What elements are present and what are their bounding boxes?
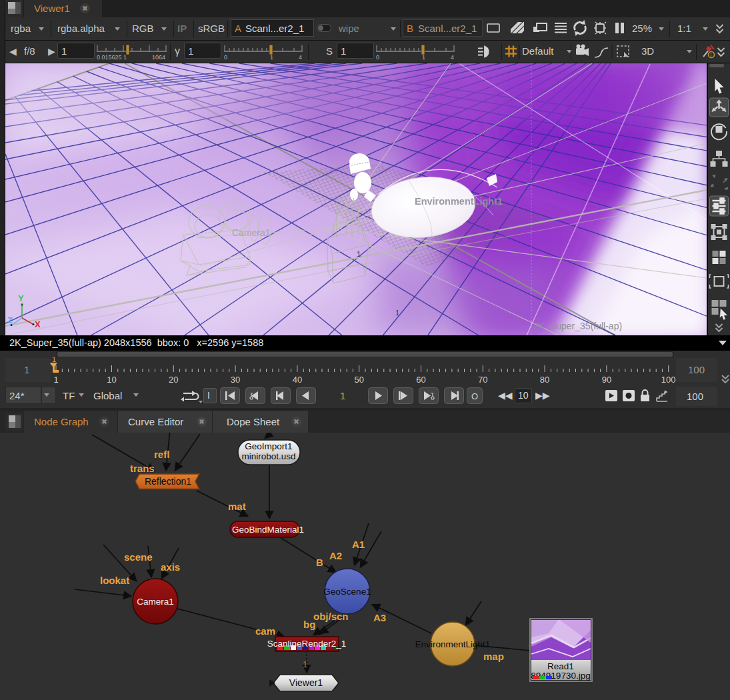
svg-text:GeoBindMaterial1: GeoBindMaterial1: [232, 525, 304, 535]
svg-text:Reflection1: Reflection1: [145, 476, 191, 487]
svg-text:Z: Z: [7, 315, 13, 325]
svg-text:cam: cam: [255, 625, 275, 637]
svg-text:Camera1: Camera1: [232, 227, 271, 238]
svg-text:A1: A1: [352, 539, 365, 550]
svg-text:4: 4: [451, 54, 454, 61]
svg-text:70: 70: [478, 375, 487, 385]
svg-text:GeoImport1: GeoImport1: [245, 441, 292, 451]
svg-text:O: O: [471, 391, 478, 401]
svg-text:axis: axis: [161, 561, 180, 573]
svg-text:Y: Y: [18, 293, 24, 303]
svg-text:30: 30: [231, 375, 240, 385]
svg-text:1: 1: [357, 250, 361, 258]
svg-text:map: map: [483, 651, 504, 662]
svg-text:1: 1: [303, 659, 307, 669]
svg-text:trans: trans: [130, 463, 155, 474]
svg-text:minirobot.usd: minirobot.usd: [241, 451, 295, 461]
svg-text:EnvironmentLight1: EnvironmentLight1: [415, 196, 503, 207]
svg-text:Viewer1: Viewer1: [289, 677, 323, 688]
svg-text:1: 1: [53, 375, 58, 385]
svg-text:10: 10: [107, 375, 116, 385]
svg-text:!: !: [710, 52, 711, 58]
svg-text:20: 20: [169, 375, 178, 385]
svg-text:50: 50: [354, 375, 363, 385]
svg-text:GeoScene1: GeoScene1: [323, 587, 371, 597]
svg-text:4: 4: [299, 54, 302, 61]
svg-text:0.015625: 0.015625: [97, 54, 122, 61]
svg-text:0: 0: [376, 54, 379, 61]
svg-text:1: 1: [422, 54, 425, 61]
svg-text:90: 90: [602, 375, 611, 385]
svg-text:EnvironmentLight1: EnvironmentLight1: [415, 639, 491, 649]
svg-text:1: 1: [270, 54, 273, 61]
svg-text:mat: mat: [228, 501, 246, 512]
svg-text:1064: 1064: [152, 54, 165, 61]
svg-text:A3: A3: [373, 612, 386, 623]
svg-text:X: X: [35, 319, 41, 329]
svg-text:1: 1: [395, 309, 399, 317]
svg-text:1: 1: [123, 54, 127, 61]
svg-text:1: 1: [52, 357, 56, 363]
svg-text:ScanlineRender2_1: ScanlineRender2_1: [267, 639, 347, 649]
svg-text:obj/scn: obj/scn: [313, 611, 349, 622]
svg-text:80: 80: [540, 375, 549, 385]
svg-text:lookat: lookat: [100, 575, 129, 586]
svg-text:60: 60: [416, 375, 425, 385]
svg-text:Read1: Read1: [547, 661, 574, 671]
svg-text:0: 0: [224, 54, 227, 61]
svg-text:A2: A2: [329, 550, 342, 561]
svg-text:100: 100: [661, 375, 676, 385]
svg-text:scene: scene: [124, 551, 153, 563]
svg-text:40: 40: [293, 375, 302, 385]
svg-text:Camera1: Camera1: [137, 597, 174, 607]
svg-text:bg: bg: [303, 619, 315, 630]
svg-text:2K_Super_35(full-ap): 2K_Super_35(full-ap): [533, 321, 622, 331]
svg-text:refl: refl: [154, 449, 169, 460]
svg-text:B: B: [316, 557, 323, 568]
